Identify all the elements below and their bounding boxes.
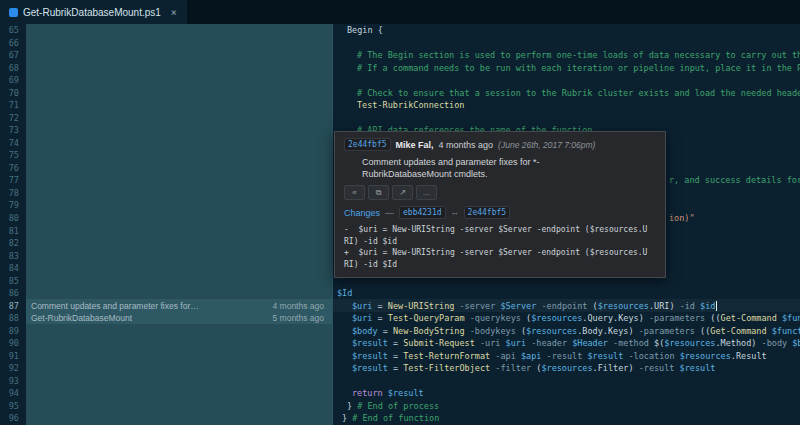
line-number: 73: [0, 125, 26, 135]
editor-line[interactable]: 95} # End of process: [0, 399, 800, 412]
tab-get-rubrikdatabasemount[interactable]: Get-RubrikDatabaseMount.ps1 ×: [0, 0, 187, 24]
code-token: $result: [680, 363, 716, 373]
text-cursor: [716, 301, 717, 311]
editor-line[interactable]: 96} # End of function: [0, 412, 800, 425]
editor-line[interactable]: 86$Id: [0, 287, 800, 300]
code-token: -bodykeys: [470, 326, 516, 336]
blame-gutter-cell: [26, 24, 332, 37]
line-number: 85: [0, 276, 26, 286]
code-token: # If a command needs to be run with each…: [357, 63, 800, 73]
line-number: 86: [0, 288, 26, 298]
code-token: # End of process: [357, 401, 439, 411]
line-number: 87: [0, 301, 26, 311]
editor-line[interactable]: 70# Check to ensure that a session to th…: [0, 87, 800, 100]
code-line: } # End of process: [332, 399, 800, 412]
line-number: 92: [0, 363, 26, 373]
code-token: Test-RubrikConnection: [357, 100, 464, 110]
blame-gutter-cell: [26, 49, 332, 62]
line-number: 79: [0, 200, 26, 210]
code-token: -parameters: [639, 326, 695, 336]
open-remote-icon[interactable]: ↗: [392, 185, 413, 200]
code-token: New-URIString: [388, 301, 455, 311]
tab-label: Get-RubrikDatabaseMount.ps1: [23, 7, 161, 18]
code-token: r, and success details for the f: [669, 175, 800, 185]
commit-sha-badge[interactable]: 2e44fbf5: [344, 138, 391, 151]
code-token: # End of function: [352, 413, 439, 423]
open-changes-icon[interactable]: ⧉: [368, 185, 389, 200]
blame-message: Comment updates and parameter fixes for…: [31, 301, 199, 311]
editor-line[interactable]: 88Get-RubrikDatabaseMount5 months ago$ur…: [0, 312, 800, 325]
code-token: -filter: [495, 363, 531, 373]
editor-line[interactable]: 71Test-RubrikConnection: [0, 99, 800, 112]
code-token: $id: [700, 301, 715, 311]
blame-age: 5 months ago: [272, 313, 324, 323]
code-token: $resources: [598, 301, 649, 311]
code-token: $function: [782, 313, 800, 323]
commit-hover-popup: 2e44fbf5 Mike Fal, 4 months ago (June 26…: [334, 131, 666, 278]
code-token: .Body.Keys): [577, 326, 638, 336]
code-line: $uri = Test-QueryParam -querykeys ($reso…: [332, 312, 800, 325]
editor-line[interactable]: 67# The Begin section is used to perform…: [0, 49, 800, 62]
editor-line[interactable]: 65Begin {: [0, 24, 800, 37]
editor-line[interactable]: 69: [0, 74, 800, 87]
commit-date: (June 26th, 2017 7:06pm): [498, 140, 595, 150]
editor-line[interactable]: 90$result = Submit-Request -uri $uri -he…: [0, 337, 800, 350]
blame-gutter-cell: [26, 124, 332, 137]
tab-close-icon[interactable]: ×: [171, 7, 177, 18]
popup-toolbar: «⧉↗…: [344, 185, 656, 200]
code-line: Begin {: [332, 24, 800, 37]
changes-dash: —: [385, 208, 394, 218]
blame-annotation[interactable]: Comment updates and parameter fixes for……: [26, 299, 332, 312]
blame-gutter-cell: [26, 399, 332, 412]
editor-pane[interactable]: 65Begin {6667# The Begin section is used…: [0, 24, 800, 425]
code-token: Test-ReturnFormat: [403, 351, 490, 361]
code-token: =: [372, 313, 387, 323]
prev-commit-icon[interactable]: «: [344, 185, 365, 200]
code-token: $resources: [664, 338, 715, 348]
editor-line[interactable]: 91$result = Test-ReturnFormat -api $api …: [0, 349, 800, 362]
commit-message-line: RubrikDatabaseMount cmdlets.: [362, 168, 656, 180]
line-number: 95: [0, 401, 26, 411]
code-line: [332, 74, 800, 87]
editor-line[interactable]: 68# If a command needs to be run with ea…: [0, 62, 800, 75]
code-line: Test-RubrikConnection: [332, 99, 800, 112]
blame-gutter-cell: [26, 287, 332, 300]
code-token: $result: [388, 388, 424, 398]
code-token: .Filter): [593, 363, 639, 373]
from-commit-link[interactable]: ebb4231d: [399, 206, 446, 219]
code-token: -uri: [480, 338, 500, 348]
blame-gutter-cell: [26, 349, 332, 362]
editor-line[interactable]: 72: [0, 112, 800, 125]
code-token: -body: [762, 338, 788, 348]
editor-line[interactable]: 93: [0, 374, 800, 387]
code-token: # The Begin section is used to perform o…: [357, 50, 800, 60]
code-token: $resources: [541, 363, 592, 373]
more-actions-icon[interactable]: …: [416, 185, 437, 200]
changes-link[interactable]: Changes: [344, 208, 380, 218]
code-token: ((: [705, 313, 720, 323]
code-token: -parameters: [649, 313, 705, 323]
line-number: 84: [0, 263, 26, 273]
editor-line[interactable]: 92$result = Test-FilterObject -filter ($…: [0, 362, 800, 375]
blame-annotation[interactable]: Get-RubrikDatabaseMount5 months ago: [26, 312, 332, 325]
blame-gutter-cell: [26, 249, 332, 262]
blame-gutter-cell: [26, 212, 332, 225]
code-line: # The Begin section is used to perform o…: [332, 49, 800, 62]
code-token: -server: [460, 301, 496, 311]
popup-diff: - $uri = New-URIString -server $Server -…: [344, 224, 656, 270]
editor-line[interactable]: 66: [0, 37, 800, 50]
to-commit-link[interactable]: 2e44fbf5: [464, 206, 511, 219]
code-line: return $result: [332, 387, 800, 400]
code-token: -querykeys: [470, 313, 521, 323]
code-token: -api: [495, 351, 515, 361]
code-token: .Query.Keys): [582, 313, 649, 323]
code-token: ion)": [669, 213, 695, 223]
line-number: 82: [0, 238, 26, 248]
code-line: # Check to ensure that a session to the …: [332, 87, 800, 100]
editor-line[interactable]: 89$body = New-BodyString -bodykeys ($res…: [0, 324, 800, 337]
editor-line[interactable]: 87Comment updates and parameter fixes fo…: [0, 299, 800, 312]
line-number: 83: [0, 251, 26, 261]
code-line: $uri = New-URIString -server $Server -en…: [332, 299, 800, 312]
editor-line[interactable]: 94return $result: [0, 387, 800, 400]
tab-bar: Get-RubrikDatabaseMount.ps1 ×: [0, 0, 800, 24]
